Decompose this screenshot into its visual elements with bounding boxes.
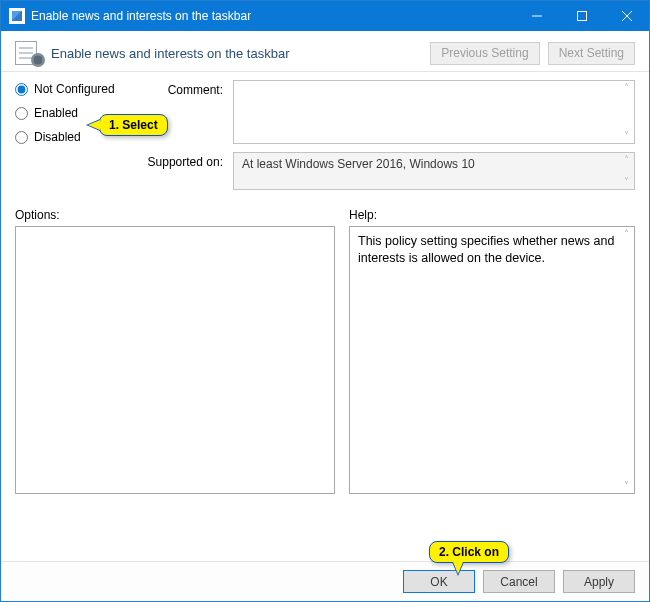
policy-title: Enable news and interests on the taskbar — [51, 46, 430, 61]
window-title: Enable news and interests on the taskbar — [31, 9, 514, 23]
comment-label: Comment: — [159, 80, 229, 97]
annotation-select: 1. Select — [99, 114, 168, 136]
dialog-footer: OK Cancel Apply — [1, 561, 649, 601]
next-setting-button[interactable]: Next Setting — [548, 42, 635, 65]
minimize-button[interactable] — [514, 1, 559, 31]
help-text: This policy setting specifies whether ne… — [358, 234, 614, 265]
radio-not-configured-label: Not Configured — [34, 82, 115, 96]
window-icon — [9, 8, 25, 24]
help-pane: This policy setting specifies whether ne… — [349, 226, 635, 494]
chevron-down-icon: ˅ — [620, 481, 632, 491]
annotation-click-on: 2. Click on — [429, 541, 509, 563]
options-label: Options: — [15, 208, 335, 222]
policy-header: Enable news and interests on the taskbar… — [1, 31, 649, 72]
options-pane — [15, 226, 335, 494]
radio-enabled-label: Enabled — [34, 106, 78, 120]
previous-setting-button[interactable]: Previous Setting — [430, 42, 539, 65]
titlebar: Enable news and interests on the taskbar — [1, 1, 649, 31]
chevron-down-icon: ˅ — [620, 131, 632, 141]
maximize-button[interactable] — [559, 1, 604, 31]
comment-textarea[interactable]: ˄ ˅ — [233, 80, 635, 144]
chevron-up-icon: ˄ — [620, 83, 632, 93]
radio-disabled-label: Disabled — [34, 130, 81, 144]
ok-button[interactable]: OK — [403, 570, 475, 593]
policy-icon — [15, 41, 43, 65]
radio-not-configured[interactable]: Not Configured — [15, 82, 155, 96]
svg-rect-0 — [577, 12, 586, 21]
chevron-up-icon: ˄ — [620, 155, 632, 165]
apply-button[interactable]: Apply — [563, 570, 635, 593]
supported-on-text: At least Windows Server 2016, Windows 10 — [242, 157, 475, 171]
supported-on-box: At least Windows Server 2016, Windows 10… — [233, 152, 635, 190]
close-button[interactable] — [604, 1, 649, 31]
chevron-up-icon: ˄ — [620, 229, 632, 239]
supported-on-label: Supported on: — [15, 152, 229, 169]
chevron-down-icon: ˅ — [620, 177, 632, 187]
cancel-button[interactable]: Cancel — [483, 570, 555, 593]
help-label: Help: — [349, 208, 635, 222]
